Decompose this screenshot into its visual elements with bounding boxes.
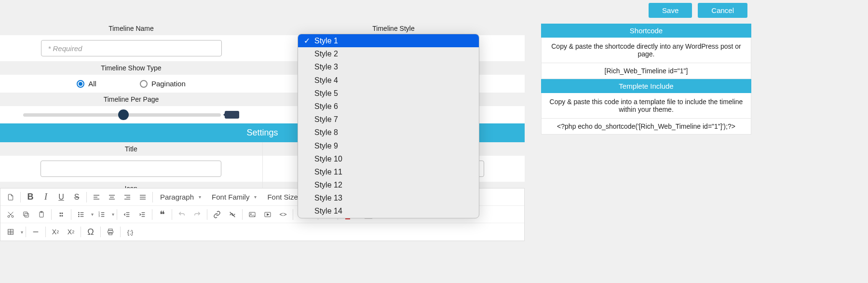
slider-thumb[interactable] — [118, 109, 129, 120]
code-icon[interactable]: <> — [276, 208, 290, 221]
svg-rect-54 — [109, 232, 112, 235]
copy-icon[interactable] — [19, 208, 33, 221]
italic-icon[interactable]: I — [39, 190, 53, 204]
font-family-select[interactable]: Font Family▾ — [207, 190, 261, 204]
label-title: Title — [0, 142, 262, 156]
svg-point-24 — [79, 216, 79, 216]
label-show-type: Timeline Show Type — [0, 61, 262, 75]
radio-pagination-icon — [140, 80, 148, 88]
dropdown-option[interactable]: Style 8 — [298, 126, 479, 139]
paste-icon[interactable] — [34, 208, 49, 221]
undo-icon[interactable] — [175, 208, 189, 221]
align-justify-icon[interactable] — [136, 190, 150, 204]
table-icon[interactable] — [3, 225, 18, 239]
dropdown-option[interactable]: Style 6 — [298, 100, 479, 113]
indent-icon[interactable] — [135, 208, 149, 221]
dropdown-option[interactable]: Style 13 — [298, 191, 479, 204]
svg-text:3: 3 — [98, 215, 100, 217]
strikethrough-icon[interactable]: S — [69, 190, 84, 204]
save-button[interactable]: Save — [649, 3, 692, 18]
paragraph-select[interactable]: Paragraph▾ — [155, 190, 206, 204]
radio-pagination[interactable]: Pagination — [140, 80, 186, 88]
svg-point-22 — [79, 214, 79, 215]
shortcode-value: [Rich_Web_Timeline id="1"] — [541, 63, 751, 79]
radio-all-icon — [77, 80, 84, 88]
new-doc-icon[interactable] — [3, 190, 18, 204]
svg-rect-17 — [24, 212, 27, 216]
dropdown-option[interactable]: Style 1 — [298, 34, 479, 47]
redo-icon[interactable] — [190, 208, 204, 221]
special-char-icon[interactable]: Ω — [83, 225, 98, 239]
template-value: <?php echo do_shortcode('[Rich_Web_Timel… — [541, 119, 751, 135]
cut-icon[interactable] — [3, 208, 18, 221]
dropdown-option[interactable]: Style 14 — [298, 204, 479, 217]
slider-tooltip — [225, 111, 239, 119]
template-header: Templete Include — [541, 79, 751, 93]
dropdown-option[interactable]: Style 2 — [298, 47, 479, 60]
subscript-icon[interactable]: X2 — [48, 225, 63, 239]
timeline-style-dropdown[interactable]: Style 1Style 2Style 3Style 4Style 5Style… — [298, 34, 479, 218]
media-icon[interactable] — [260, 208, 275, 221]
cancel-button[interactable]: Cancel — [698, 3, 747, 18]
show-type-group[interactable]: All Pagination — [77, 80, 186, 88]
underline-icon[interactable]: U — [54, 190, 68, 204]
dropdown-option[interactable]: Style 10 — [298, 152, 479, 165]
link-icon[interactable] — [210, 208, 224, 221]
shortcode-description: Copy & paste the shortcode directly into… — [541, 38, 751, 63]
svg-point-20 — [79, 212, 79, 213]
image-icon[interactable] — [245, 208, 259, 221]
align-right-icon[interactable] — [120, 190, 135, 204]
svg-rect-16 — [25, 213, 28, 217]
svg-marker-42 — [267, 214, 269, 216]
hr-icon[interactable] — [28, 225, 43, 239]
template-description: Copy & paste this code into a template f… — [541, 93, 751, 119]
bold-icon[interactable]: B — [23, 190, 38, 204]
print-icon[interactable] — [103, 225, 118, 239]
dropdown-option[interactable]: Style 9 — [298, 139, 479, 152]
align-center-icon[interactable] — [105, 190, 119, 204]
superscript-icon[interactable]: X2 — [64, 225, 78, 239]
timeline-name-input[interactable] — [41, 40, 222, 56]
radio-all[interactable]: All — [77, 80, 96, 88]
dropdown-option[interactable]: Style 7 — [298, 113, 479, 126]
dropdown-option[interactable]: Style 4 — [298, 74, 479, 87]
radio-all-label: All — [88, 80, 96, 88]
label-per-page: Timeline Per Page — [0, 93, 262, 106]
dropdown-option[interactable]: Style 12 — [298, 178, 479, 191]
label-timeline-style: Timeline Style — [262, 22, 525, 35]
label-timeline-name: Timeline Name — [0, 22, 262, 35]
per-page-slider[interactable] — [23, 113, 221, 117]
find-icon[interactable] — [54, 208, 68, 221]
bullet-list-icon[interactable] — [74, 208, 88, 221]
align-left-icon[interactable] — [89, 190, 104, 204]
code-block-icon[interactable]: {;} — [123, 225, 137, 239]
blockquote-icon[interactable]: ❝ — [155, 208, 169, 221]
unlink-icon[interactable] — [225, 208, 240, 221]
title-input[interactable] — [41, 161, 221, 177]
dropdown-option[interactable]: Style 5 — [298, 87, 479, 100]
dropdown-option[interactable]: Style 11 — [298, 165, 479, 178]
outdent-icon[interactable] — [120, 208, 134, 221]
dropdown-option[interactable]: Style 3 — [298, 60, 479, 73]
numbered-list-icon[interactable]: 123 — [95, 208, 109, 221]
shortcode-header: Shortcode — [541, 24, 751, 38]
radio-pagination-label: Pagination — [151, 80, 186, 88]
